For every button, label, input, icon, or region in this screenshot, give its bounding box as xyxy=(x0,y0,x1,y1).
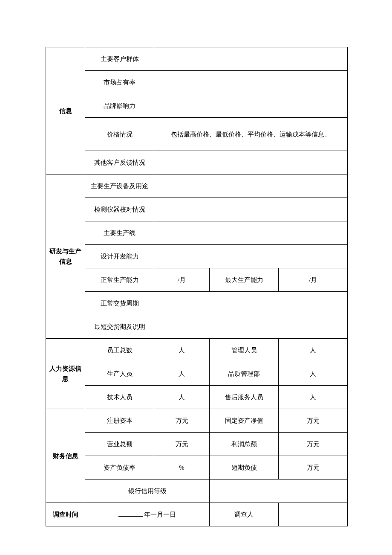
label-equipment: 主要生产设备及用途 xyxy=(85,174,154,198)
label-fin-profit: 利润总额 xyxy=(210,433,279,456)
label-survey-time: 调查时间 xyxy=(46,503,85,526)
survey-year-blank xyxy=(118,510,143,517)
document-page: 信息 主要客户群体 市场占有率 品牌影响力 价格情况 包括最高价格、最低价格、平… xyxy=(0,0,392,555)
table-row: 最短交货期及说明 xyxy=(46,315,348,339)
table-row: 银行信用等级 xyxy=(46,479,348,503)
label-lines: 主要生产线 xyxy=(85,221,154,245)
survey-time-text: 年一月一日 xyxy=(144,511,176,518)
value-normal-capacity-unit: /月 xyxy=(154,268,210,292)
label-price-status: 价格情况 xyxy=(85,118,154,151)
value-main-customers xyxy=(154,47,348,71)
section-fin-header: 财务信息 xyxy=(46,409,85,503)
label-fin-reg-capital: 注册资本 xyxy=(85,409,154,433)
value-fin-fixed-assets-unit: 万元 xyxy=(279,409,348,433)
value-lines xyxy=(154,221,348,245)
value-survey-time: 年一月一日 xyxy=(85,503,210,526)
value-surveyor xyxy=(279,503,348,526)
value-other-feedback xyxy=(154,151,348,174)
section-info-header: 信息 xyxy=(46,47,85,174)
table-row: 营业总额 万元 利润总额 万元 xyxy=(46,433,348,456)
label-market-share: 市场占有率 xyxy=(85,71,154,94)
table-row: 财务信息 注册资本 万元 固定资产净值 万元 xyxy=(46,409,348,433)
label-hr-total: 员工总数 xyxy=(85,339,154,362)
label-lead-time: 正常交货周期 xyxy=(85,292,154,315)
table-row: 设计开发能力 xyxy=(46,245,348,268)
label-other-feedback: 其他客户反馈情况 xyxy=(85,151,154,174)
value-fin-bank-rating xyxy=(210,479,348,503)
table-row: 主要生产线 xyxy=(46,221,348,245)
table-row: 正常交货周期 xyxy=(46,292,348,315)
table-row: 研发与生产信息 主要生产设备及用途 xyxy=(46,174,348,198)
section-rnd-header: 研发与生产信息 xyxy=(46,174,85,339)
value-hr-prod-unit: 人 xyxy=(154,362,210,386)
value-brand-influence xyxy=(154,94,348,118)
table-row: 信息 主要客户群体 xyxy=(46,47,348,71)
label-hr-prod: 生产人员 xyxy=(85,362,154,386)
value-inspection xyxy=(154,198,348,221)
value-hr-qc-unit: 人 xyxy=(279,362,348,386)
value-fin-short-debt-unit: 万元 xyxy=(279,456,348,479)
label-brand-influence: 品牌影响力 xyxy=(85,94,154,118)
table-row: 价格情况 包括最高价格、最低价格、平均价格、运输成本等信息。 xyxy=(46,118,348,151)
label-fin-turnover: 营业总额 xyxy=(85,433,154,456)
label-fin-debt-ratio: 资产负债率 xyxy=(85,456,154,479)
section-hr-header: 人力资源信息 xyxy=(46,339,85,409)
label-fin-fixed-assets: 固定资产净值 xyxy=(210,409,279,433)
value-shortest-lead xyxy=(154,315,348,339)
table-row: 品牌影响力 xyxy=(46,94,348,118)
value-design xyxy=(154,245,348,268)
table-row: 生产人员 人 品质管理部 人 xyxy=(46,362,348,386)
supplier-form-table: 信息 主要客户群体 市场占有率 品牌影响力 价格情况 包括最高价格、最低价格、平… xyxy=(46,47,348,526)
label-fin-short-debt: 短期负债 xyxy=(210,456,279,479)
label-max-capacity: 最大生产能力 xyxy=(210,268,279,292)
label-shortest-lead: 最短交货期及说明 xyxy=(85,315,154,339)
label-hr-qc: 品质管理部 xyxy=(210,362,279,386)
value-lead-time xyxy=(154,292,348,315)
label-main-customers: 主要客户群体 xyxy=(85,47,154,71)
value-hr-total-unit: 人 xyxy=(154,339,210,362)
value-fin-profit-unit: 万元 xyxy=(279,433,348,456)
label-inspection: 检测仪器校对情况 xyxy=(85,198,154,221)
value-hr-after-unit: 人 xyxy=(279,386,348,409)
value-max-capacity-unit: /月 xyxy=(279,268,348,292)
label-hr-mgmt: 管理人员 xyxy=(210,339,279,362)
label-hr-after: 售后服务人员 xyxy=(210,386,279,409)
label-hr-tech: 技术人员 xyxy=(85,386,154,409)
value-fin-reg-capital-unit: 万元 xyxy=(154,409,210,433)
value-price-status: 包括最高价格、最低价格、平均价格、运输成本等信息。 xyxy=(154,118,348,151)
label-design: 设计开发能力 xyxy=(85,245,154,268)
table-row: 正常生产能力 /月 最大生产能力 /月 xyxy=(46,268,348,292)
label-surveyor: 调查人 xyxy=(210,503,279,526)
table-row: 资产负债率 % 短期负债 万元 xyxy=(46,456,348,479)
value-fin-debt-ratio-unit: % xyxy=(154,456,210,479)
value-equipment xyxy=(154,174,348,198)
value-hr-mgmt-unit: 人 xyxy=(279,339,348,362)
table-row: 人力资源信息 员工总数 人 管理人员 人 xyxy=(46,339,348,362)
table-row: 检测仪器校对情况 xyxy=(46,198,348,221)
value-fin-turnover-unit: 万元 xyxy=(154,433,210,456)
table-row: 其他客户反馈情况 xyxy=(46,151,348,174)
value-market-share xyxy=(154,71,348,94)
value-hr-tech-unit: 人 xyxy=(154,386,210,409)
table-row: 市场占有率 xyxy=(46,71,348,94)
table-row: 调查时间 年一月一日 调查人 xyxy=(46,503,348,526)
label-normal-capacity: 正常生产能力 xyxy=(85,268,154,292)
table-row: 技术人员 人 售后服务人员 人 xyxy=(46,386,348,409)
label-fin-bank-rating: 银行信用等级 xyxy=(85,479,210,503)
